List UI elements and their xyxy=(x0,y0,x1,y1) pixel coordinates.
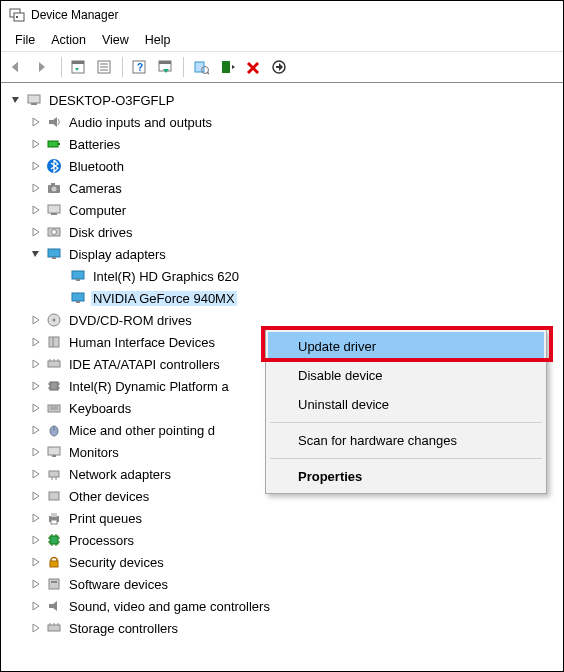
svg-marker-31 xyxy=(33,140,39,148)
svg-rect-79 xyxy=(52,455,56,457)
chevron-right-icon[interactable] xyxy=(29,137,43,151)
tree-item-display-adapters[interactable]: Display adapters xyxy=(5,243,563,265)
svg-rect-91 xyxy=(50,536,58,544)
chevron-right-icon[interactable] xyxy=(29,533,43,547)
processor-icon xyxy=(45,532,63,548)
tree-root-label: DESKTOP-O3FGFLP xyxy=(47,93,176,108)
svg-text:?: ? xyxy=(137,62,143,73)
chevron-right-icon[interactable] xyxy=(29,203,43,217)
chevron-right-icon[interactable] xyxy=(29,225,43,239)
tree-item-cameras[interactable]: Cameras xyxy=(5,177,563,199)
svg-marker-46 xyxy=(32,251,39,257)
svg-rect-88 xyxy=(51,513,57,517)
tree-item-label: DVD/CD-ROM drives xyxy=(67,313,194,328)
chevron-right-icon[interactable] xyxy=(29,401,43,415)
svg-rect-50 xyxy=(76,279,80,281)
chevron-right-icon[interactable] xyxy=(29,511,43,525)
audio-icon xyxy=(45,114,63,130)
tree-item-label: Network adapters xyxy=(67,467,173,482)
context-update-driver[interactable]: Update driver xyxy=(268,332,544,361)
svg-rect-52 xyxy=(76,301,80,303)
tree-item-label: Keyboards xyxy=(67,401,133,416)
chevron-right-icon[interactable] xyxy=(29,577,43,591)
tree-item-audio[interactable]: Audio inputs and outputs xyxy=(5,111,563,133)
update-driver-button[interactable] xyxy=(190,56,212,78)
other-icon xyxy=(45,488,63,504)
chevron-right-icon[interactable] xyxy=(29,357,43,371)
forward-button[interactable] xyxy=(33,56,55,78)
chevron-right-icon[interactable] xyxy=(29,467,43,481)
scan-hardware-button[interactable] xyxy=(155,56,177,78)
battery-icon xyxy=(45,136,63,152)
tree-item-nvidia[interactable]: NVIDIA GeForce 940MX xyxy=(5,287,563,309)
menu-file[interactable]: File xyxy=(7,31,43,49)
sound-icon xyxy=(45,598,63,614)
svg-marker-59 xyxy=(33,360,39,368)
svg-rect-15 xyxy=(159,61,171,64)
tree-item-processors[interactable]: Processors xyxy=(5,529,563,551)
tree-item-label: Print queues xyxy=(67,511,144,526)
menu-view[interactable]: View xyxy=(94,31,137,49)
properties-button[interactable] xyxy=(94,56,116,78)
menu-help[interactable]: Help xyxy=(137,31,179,49)
tree-item-label: Mice and other pointing d xyxy=(67,423,217,438)
expander-icon[interactable] xyxy=(9,93,23,107)
uninstall-device-button[interactable] xyxy=(242,56,264,78)
chevron-right-icon[interactable] xyxy=(29,621,43,635)
chevron-right-icon[interactable] xyxy=(29,445,43,459)
tree-item-bluetooth[interactable]: Bluetooth xyxy=(5,155,563,177)
svg-marker-80 xyxy=(33,470,39,478)
disable-device-button[interactable] xyxy=(268,56,290,78)
svg-rect-60 xyxy=(48,361,60,367)
tree-item-disk-drives[interactable]: Disk drives xyxy=(5,221,563,243)
storage-icon xyxy=(45,620,63,636)
svg-marker-3 xyxy=(12,62,18,72)
context-properties[interactable]: Properties xyxy=(268,462,544,491)
svg-rect-48 xyxy=(52,257,56,259)
svg-marker-30 xyxy=(49,117,57,127)
tree-item-batteries[interactable]: Batteries xyxy=(5,133,563,155)
context-disable-device[interactable]: Disable device xyxy=(268,361,544,390)
show-hide-console-tree-button[interactable] xyxy=(68,56,90,78)
svg-rect-1 xyxy=(14,13,24,21)
camera-icon xyxy=(45,180,63,196)
chevron-right-icon[interactable] xyxy=(29,379,43,393)
chevron-right-icon[interactable] xyxy=(29,313,43,327)
chevron-right-icon[interactable] xyxy=(29,555,43,569)
back-button[interactable] xyxy=(7,56,29,78)
tree-item-sound[interactable]: Sound, video and game controllers xyxy=(5,595,563,617)
chevron-right-icon[interactable] xyxy=(29,423,43,437)
enable-device-button[interactable] xyxy=(216,56,238,78)
tree-item-label: Cameras xyxy=(67,181,124,196)
chevron-right-icon[interactable] xyxy=(29,335,43,349)
chevron-right-icon[interactable] xyxy=(29,599,43,613)
chevron-right-icon[interactable] xyxy=(29,181,43,195)
svg-rect-65 xyxy=(50,382,58,390)
svg-marker-25 xyxy=(276,63,283,71)
svg-marker-90 xyxy=(33,536,39,544)
context-scan-hardware[interactable]: Scan for hardware changes xyxy=(268,426,544,455)
tree-item-print[interactable]: Print queues xyxy=(5,507,563,529)
chevron-right-icon[interactable] xyxy=(29,489,43,503)
tree-item-software[interactable]: Software devices xyxy=(5,573,563,595)
svg-rect-47 xyxy=(48,249,60,257)
chevron-right-icon[interactable] xyxy=(29,115,43,129)
tree-item-storage[interactable]: Storage controllers xyxy=(5,617,563,639)
titlebar: Device Manager xyxy=(1,1,563,29)
tree-item-dvd[interactable]: DVD/CD-ROM drives xyxy=(5,309,563,331)
chevron-down-icon[interactable] xyxy=(29,247,43,261)
help-button[interactable]: ? xyxy=(129,56,151,78)
tree-root[interactable]: DESKTOP-O3FGFLP xyxy=(5,89,563,111)
menu-action[interactable]: Action xyxy=(43,31,94,49)
svg-marker-74 xyxy=(33,426,39,434)
tree-item-computer[interactable]: Computer xyxy=(5,199,563,221)
svg-rect-89 xyxy=(51,520,57,524)
display-icon xyxy=(69,290,87,306)
tree-item-intel-hd[interactable]: Intel(R) HD Graphics 620 xyxy=(5,265,563,287)
tree-item-label: Processors xyxy=(67,533,136,548)
context-uninstall-device[interactable]: Uninstall device xyxy=(268,390,544,419)
tree-item-security[interactable]: Security devices xyxy=(5,551,563,573)
svg-marker-21 xyxy=(232,65,235,69)
chevron-right-icon[interactable] xyxy=(29,159,43,173)
svg-point-45 xyxy=(52,230,57,235)
